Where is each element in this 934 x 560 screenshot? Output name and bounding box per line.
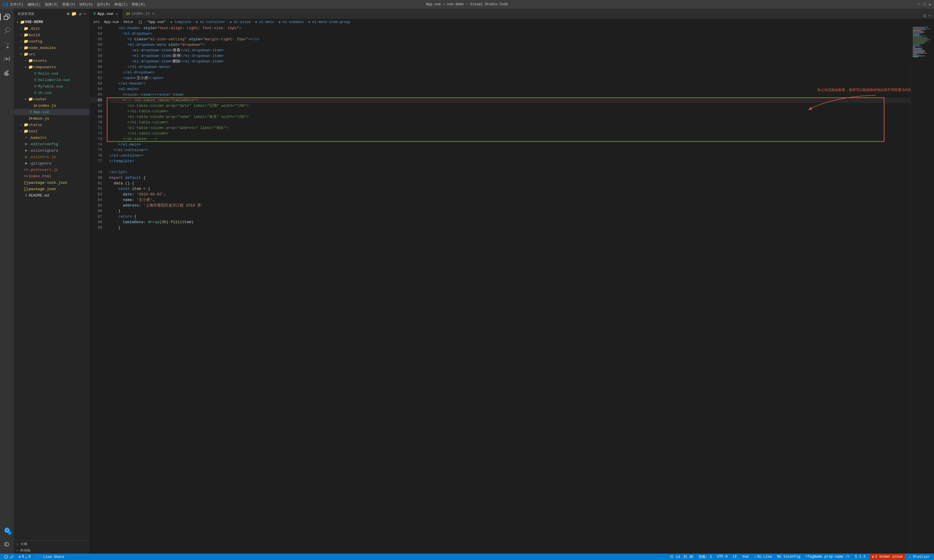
line-ending-status[interactable]: LF — [732, 554, 738, 560]
code-line-65: <router-view></router-view> — [109, 92, 911, 97]
breadcrumb-appvue[interactable]: App.vue — [104, 20, 119, 24]
tab-index-js[interactable]: js index.js ✕ — [123, 9, 159, 18]
tree-item-app-vue[interactable]: › V App.vue — [14, 109, 89, 115]
code-line-56: <el-dropdown-menu slot="dropdown"> — [109, 42, 911, 48]
activity-extensions[interactable] — [0, 66, 14, 80]
tree-item-index-html[interactable]: › <> index.html — [14, 173, 89, 179]
prettier-status[interactable]: ✓ Prettier — [908, 554, 931, 560]
breadcrumb-obj[interactable]: {} — [138, 20, 142, 24]
breadcrumb-appvue2[interactable]: "App.vue" — [147, 20, 166, 24]
maximize-button[interactable]: □ — [923, 2, 926, 7]
breadcrumb-el-menu-item-group[interactable]: ◈ el-menu-item-group — [308, 20, 350, 24]
close-button[interactable]: ✕ — [929, 2, 931, 7]
activity-bar: 1 — [0, 9, 14, 554]
timeline-section[interactable]: › 时间线 — [14, 547, 89, 554]
breadcrumb-el-menu[interactable]: ◈ el-menu — [255, 20, 274, 24]
menu-terminal[interactable]: 终端(I) — [114, 2, 128, 7]
activity-remote[interactable]: 1 — [0, 523, 14, 537]
tree-item-test[interactable]: › 📁 test — [14, 128, 89, 134]
tab-app-vue[interactable]: V App.vue ✕ — [90, 9, 123, 18]
activity-explorer[interactable] — [0, 10, 14, 24]
tree-item-hello-vue[interactable]: › V Hello.vue — [14, 70, 89, 77]
tree-item-static[interactable]: › 📁 static — [14, 122, 89, 128]
tree-item-mytable-vue[interactable]: › V MyTable.vue — [14, 83, 89, 89]
activity-search[interactable] — [0, 24, 14, 38]
tree-item-components[interactable]: ▾ 📁 components — [14, 64, 89, 70]
tree-item-router-index-js[interactable]: › js index.js — [14, 102, 89, 109]
tree-item-assets[interactable]: › 📁 assets — [14, 57, 89, 64]
more-actions-icon[interactable]: ⋯ — [928, 13, 931, 18]
new-folder-icon[interactable]: 📁 — [71, 11, 77, 17]
tree-item-package-lock[interactable]: › {} package-lock.json — [14, 179, 89, 186]
tree-item-router[interactable]: ▾ 📁 router — [14, 96, 89, 102]
code-line-74: </el-main> — [109, 142, 911, 147]
activity-source-control[interactable] — [0, 38, 14, 52]
code-line-53: <el-header style="text-align: right; fon… — [109, 25, 911, 31]
tree-item-eslintignore[interactable]: › ● .eslintignore — [14, 147, 89, 154]
sidebar: 资源管理器 ⊕ 📁 ↺ ⋯ ▾ 📁 VUE-DEMO › 📁 .dist — [14, 9, 90, 554]
tree-item-config[interactable]: › 📁 config — [14, 38, 89, 45]
remote-status[interactable]: ⎇ — [3, 554, 15, 560]
language-status[interactable]: Vue — [741, 554, 750, 560]
tree-item-node-modules[interactable]: › 📁 node_modules — [14, 45, 89, 51]
encoding-text: UTF-8 — [717, 555, 727, 559]
code-line-55: <i class="el-icon-setting" style="margin… — [109, 37, 911, 42]
tab-js-icon: js — [126, 12, 130, 15]
tree-item-helloworld-vue[interactable]: › V HelloWorld.vue — [14, 77, 89, 83]
split-editor-icon[interactable]: ⊡ — [923, 13, 926, 18]
collapse-icon[interactable]: ⋯ — [83, 11, 86, 17]
breadcrumb-vetur[interactable]: Vetur — [123, 20, 134, 24]
tree-item-gitignore[interactable]: › ◆ .gitignore — [14, 160, 89, 166]
editor-area: V App.vue ✕ js index.js ✕ ⊡ ⋯ src › App.… — [90, 9, 934, 554]
spaces-status[interactable]: 空格: 2 — [697, 554, 713, 560]
activity-settings[interactable] — [0, 537, 14, 551]
menu-file[interactable]: 文件(F) — [10, 2, 23, 7]
tree-root[interactable]: ▾ 📁 VUE-DEMO — [14, 19, 89, 25]
version-status[interactable]: 5.1.3 — [854, 554, 866, 560]
tree-item-main-js[interactable]: › js main.js — [14, 115, 89, 122]
window-controls[interactable]: ─ □ ✕ — [918, 2, 931, 7]
tab-actions: ⊡ ⋯ — [923, 13, 934, 18]
tree-item-readme[interactable]: › ℹ README.md — [14, 192, 89, 198]
go-live-status[interactable]: ⚡ Go Live — [753, 554, 773, 560]
position-status[interactable]: 行 14，列 30 — [669, 554, 694, 560]
sidebar-actions[interactable]: ⊕ 📁 ↺ ⋯ — [67, 11, 86, 17]
menu-select[interactable]: 选择(S) — [45, 2, 58, 7]
menu-run[interactable]: 运行(R) — [97, 2, 110, 7]
known-issue-status[interactable]: ⊗ 1 known issue — [869, 554, 905, 560]
code-editor[interactable]: 加上动态路由标签，使得可以根据路由地址的不同而显示内容的不同 <el-heade… — [105, 25, 911, 554]
activity-run[interactable] — [0, 52, 14, 66]
tab-close-app-vue[interactable]: ✕ — [115, 11, 119, 16]
tree-item-babelrc[interactable]: › ⚡ .babelrc — [14, 134, 89, 141]
tree-item-package-json[interactable]: › {} package.json — [14, 186, 89, 192]
live-share-status[interactable]: ♡ ♡ Live Share — [35, 554, 66, 560]
breadcrumb-el-container[interactable]: ◈ el-container — [196, 20, 225, 24]
tree-item-sh-vue[interactable]: › V sh.vue — [14, 89, 89, 96]
tsconfig-status[interactable]: No tsconfig — [776, 554, 801, 560]
menu-help[interactable]: 帮助(H) — [132, 2, 145, 7]
minimap[interactable] — [911, 25, 934, 554]
new-file-icon[interactable]: ⊕ — [67, 11, 70, 17]
tree-item-build[interactable]: › 📁 build — [14, 32, 89, 38]
tree-item-editorconfig[interactable]: › ⚙ .editorconfig — [14, 141, 89, 147]
breadcrumb-el-aside[interactable]: ◈ el-aside — [230, 20, 251, 24]
menu-bar[interactable]: 文件(F) 编辑(E) 选择(S) 查看(V) 转到(G) 运行(R) 终端(I… — [10, 2, 145, 7]
encoding-status[interactable]: UTF-8 — [716, 554, 729, 560]
breadcrumb-el-submenu[interactable]: ◈ el-submenu — [279, 20, 304, 24]
tag-name-status[interactable]: <TagName prop-name /> — [805, 554, 851, 560]
tree-item-dist[interactable]: › 📁 .dist — [14, 25, 89, 32]
error-status[interactable]: ⊗ 0 △ 0 — [17, 554, 32, 560]
tree-item-postcss[interactable]: › <> .postcssrc.js — [14, 166, 89, 173]
menu-view[interactable]: 查看(V) — [62, 2, 76, 7]
breadcrumb-src[interactable]: src — [93, 20, 100, 24]
tree-item-eslintrc[interactable]: › ◈ .eslintrc.js — [14, 154, 89, 160]
minimize-button[interactable]: ─ — [918, 2, 920, 7]
breadcrumb-template[interactable]: ◈ template — [170, 20, 191, 24]
menu-goto[interactable]: 转到(G) — [79, 2, 93, 7]
outline-section[interactable]: › 大纲 — [14, 541, 89, 547]
tree-item-src[interactable]: ▾ 📁 src — [14, 51, 89, 57]
menu-edit[interactable]: 编辑(E) — [28, 2, 41, 7]
error-icon: ⊗ — [18, 555, 21, 559]
tab-close-index-js[interactable]: ✕ — [151, 11, 155, 16]
refresh-icon[interactable]: ↺ — [79, 11, 82, 17]
